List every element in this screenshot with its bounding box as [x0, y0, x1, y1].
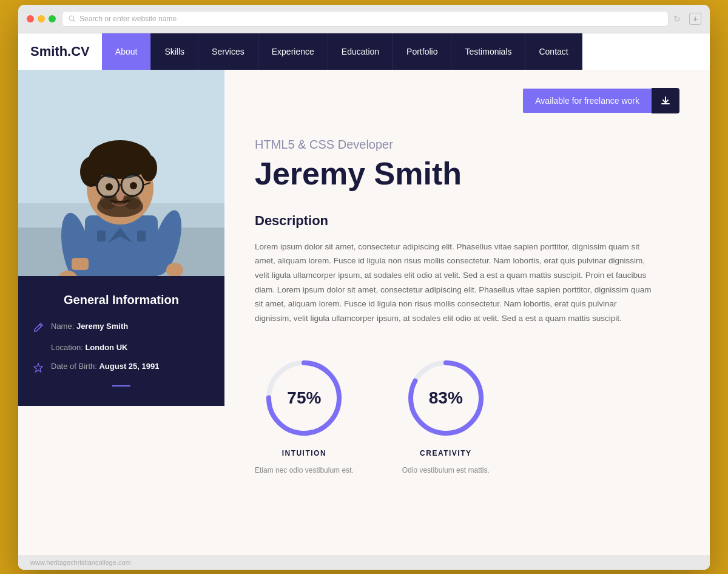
svg-point-16	[93, 147, 120, 169]
profile-photo	[18, 70, 224, 276]
creativity-label: CREATIVITY	[420, 449, 471, 458]
main-content: Available for freelance work HTML5 & CSS…	[224, 70, 710, 555]
nav-item-education[interactable]: Education	[328, 33, 393, 70]
address-text: Search or enter website name	[79, 15, 177, 23]
intuition-circle: 75%	[261, 356, 346, 441]
hero-name: Jeremy Smith	[255, 157, 679, 191]
svg-point-27	[130, 182, 137, 189]
freelance-button[interactable]: Available for freelance work	[523, 88, 679, 113]
nav-item-skills[interactable]: Skills	[151, 33, 198, 70]
svg-point-26	[106, 183, 113, 191]
star-icon	[33, 362, 44, 373]
description-text: Lorem ipsum dolor sit amet, consectetur …	[255, 240, 655, 326]
download-icon-btn	[652, 88, 679, 113]
svg-rect-33	[72, 258, 89, 270]
browser-toolbar: Search or enter website name ↻ +	[18, 5, 710, 33]
sidebar-info-panel: General Information Name: Jeremy Smith	[18, 276, 224, 406]
svg-rect-31	[97, 231, 106, 241]
nav-item-contact[interactable]: Contact	[525, 33, 582, 70]
browser-dots	[27, 15, 56, 22]
name-value: Jeremy Smith	[76, 322, 128, 331]
edit-icon	[33, 322, 44, 333]
intuition-sublabel: Etiam nec odio vestibulum est.	[255, 466, 354, 474]
nav-item-testimonials[interactable]: Testimonials	[451, 33, 525, 70]
svg-rect-32	[137, 231, 146, 241]
nav-item-portfolio[interactable]: Portfolio	[393, 33, 451, 70]
download-icon	[660, 95, 671, 106]
browser-content: Smith.CV About Skills Services Experienc…	[18, 33, 710, 570]
watermark: www.heritagechristiancollege.com	[18, 555, 710, 570]
svg-point-28	[116, 191, 124, 201]
svg-point-17	[121, 147, 146, 166]
creativity-circle: 83%	[403, 356, 488, 441]
navigation: Smith.CV About Skills Services Experienc…	[18, 33, 710, 70]
site-logo: Smith.CV	[30, 44, 90, 59]
info-name-item: Name: Jeremy Smith	[33, 322, 210, 333]
reload-icon[interactable]: ↻	[673, 14, 683, 24]
stats-row: 75% INTUITION Etiam nec odio vestibulum …	[255, 356, 679, 474]
creativity-value: 83%	[429, 388, 463, 408]
browser-window: Search or enter website name ↻ + Smith.C…	[18, 5, 710, 570]
freelance-btn-wrapper: Available for freelance work	[255, 88, 679, 113]
location-label: Location:	[51, 343, 85, 352]
sidebar: General Information Name: Jeremy Smith	[18, 70, 224, 555]
sidebar-title: General Information	[33, 293, 210, 307]
address-bar[interactable]: Search or enter website name	[62, 11, 669, 27]
nav-item-about[interactable]: About	[102, 33, 152, 70]
description-title: Description	[255, 213, 679, 229]
intuition-label: INTUITION	[282, 449, 327, 458]
close-dot[interactable]	[27, 15, 34, 22]
svg-marker-34	[34, 363, 42, 372]
person-illustration	[18, 70, 224, 276]
creativity-sublabel: Odio vestibulum est mattis.	[402, 466, 490, 474]
hero-subtitle: HTML5 & CSS Developer	[255, 138, 679, 152]
maximize-dot[interactable]	[49, 15, 56, 22]
minimize-dot[interactable]	[38, 15, 45, 22]
freelance-btn-text: Available for freelance work	[523, 89, 652, 113]
info-location-item: Location: London UK	[51, 343, 210, 352]
nav-menu: About Skills Services Experience Educati…	[102, 33, 582, 70]
intuition-value: 75%	[287, 388, 321, 408]
new-tab-button[interactable]: +	[689, 13, 701, 25]
svg-rect-5	[85, 215, 158, 276]
sidebar-divider	[112, 385, 130, 387]
nav-item-experience[interactable]: Experience	[258, 33, 328, 70]
search-icon	[69, 15, 76, 22]
nav-item-services[interactable]: Services	[198, 33, 258, 70]
dob-value: August 25, 1991	[99, 362, 159, 371]
stat-intuition: 75% INTUITION Etiam nec odio vestibulum …	[255, 356, 354, 474]
info-dob-item: Date of Birth: August 25, 1991	[33, 362, 210, 373]
dob-label: Date of Birth:	[51, 362, 99, 371]
stat-creativity: 83% CREATIVITY Odio vestibulum est matti…	[402, 356, 490, 474]
location-value: London UK	[85, 343, 127, 352]
name-label: Name:	[51, 322, 76, 331]
main-layout: General Information Name: Jeremy Smith	[18, 70, 710, 555]
